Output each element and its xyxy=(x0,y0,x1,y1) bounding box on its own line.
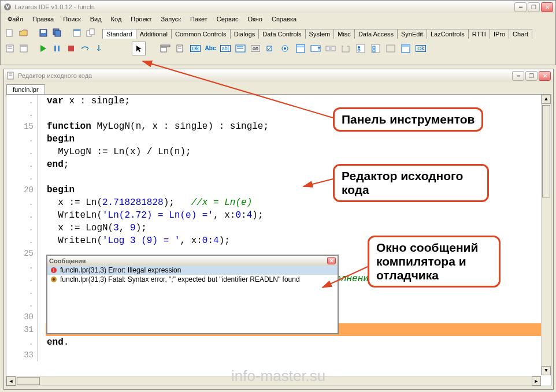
component-palette-tabs: StandardAdditionalCommon ControlsDialogs… xyxy=(102,27,532,39)
palette-actionlist-icon[interactable]: Ok xyxy=(414,42,428,55)
line-number: 15 xyxy=(6,120,38,133)
file-tab[interactable]: funcln.lpr xyxy=(6,84,45,94)
pause-button[interactable] xyxy=(51,42,64,55)
ide-main-window: Lazarus IDE v1.0.12 - funcln ━ ❐ ✕ ФайлП… xyxy=(0,0,556,65)
menu-item[interactable]: Вид xyxy=(86,15,106,23)
new-form-button[interactable] xyxy=(71,27,83,39)
menu-item[interactable]: Поиск xyxy=(58,15,85,23)
run-button[interactable] xyxy=(37,42,50,55)
code-line[interactable]: . WriteLn('Ln(2.72) = Ln(e) =', x:0:4); xyxy=(6,209,551,222)
palette-popupmenu-icon[interactable] xyxy=(173,42,187,55)
close-button[interactable]: ✕ xyxy=(541,2,553,12)
messages-close-button[interactable]: ✕ xyxy=(327,257,336,264)
palette-radio-icon[interactable] xyxy=(279,42,292,55)
palette-combobox-icon[interactable] xyxy=(309,42,323,55)
editor-vertical-scrollbar[interactable]: ▲ ▼ xyxy=(541,95,551,375)
palette-tab[interactable]: Chart xyxy=(509,29,532,39)
palette-tab[interactable]: Misc xyxy=(333,29,355,39)
view-forms-button[interactable] xyxy=(17,42,30,55)
svg-text:!: ! xyxy=(53,267,55,273)
stop-button[interactable] xyxy=(65,42,77,55)
line-number: . xyxy=(6,222,38,234)
palette-tab[interactable]: Common Controls xyxy=(171,29,231,39)
line-number: 33 xyxy=(6,349,38,361)
palette-tab[interactable]: System xyxy=(305,29,335,39)
palette-scrollbar-icon[interactable] xyxy=(324,42,338,55)
palette-tab[interactable]: RTTI xyxy=(468,29,490,39)
svg-rect-9 xyxy=(90,29,94,35)
menu-item[interactable]: Код xyxy=(106,15,127,23)
menu-item[interactable]: Справка xyxy=(267,15,301,23)
palette-tab[interactable]: IPro xyxy=(490,29,509,39)
menu-item[interactable]: Пакет xyxy=(186,15,212,23)
svg-rect-7 xyxy=(73,29,80,31)
editor-close-button[interactable]: ✕ xyxy=(539,71,551,81)
line-number: . xyxy=(6,336,38,349)
palette-tab[interactable]: Standard xyxy=(102,29,136,39)
messages-list[interactable]: !funcln.lpr(31,3) Error: Illegal express… xyxy=(47,266,338,333)
new-unit-button[interactable] xyxy=(3,27,16,39)
palette-edit-icon[interactable]: ab| xyxy=(218,42,232,55)
menu-item[interactable]: Правка xyxy=(28,15,58,23)
editor-restore-button[interactable]: ❐ xyxy=(525,71,538,81)
palette-tab[interactable]: LazControls xyxy=(427,29,469,39)
code-line[interactable]: . x := LogN(3, 9); xyxy=(6,222,551,234)
step-over-button[interactable] xyxy=(79,42,91,55)
menu-item[interactable]: Окно xyxy=(243,15,267,23)
palette-groupbox-icon[interactable] xyxy=(339,42,353,55)
code-line[interactable]: .var x : single; xyxy=(6,95,551,107)
line-number: . xyxy=(6,95,38,107)
palette-button-icon[interactable]: Ok xyxy=(188,42,202,55)
palette-togglebox-icon[interactable]: on xyxy=(249,42,262,55)
palette-listbox-icon[interactable] xyxy=(294,42,307,55)
ide-titlebar: Lazarus IDE v1.0.12 - funcln ━ ❐ ✕ xyxy=(1,1,555,13)
line-number: . xyxy=(6,133,38,145)
svg-rect-16 xyxy=(58,46,60,51)
restore-button[interactable]: ❐ xyxy=(528,2,540,12)
palette-radiogroup-icon[interactable] xyxy=(354,42,368,55)
code-line[interactable]: . MyLogN := Ln(x) / Ln(n); xyxy=(6,145,551,158)
step-into-button[interactable] xyxy=(92,42,105,55)
palette-tab[interactable]: Dialogs xyxy=(230,29,260,39)
svg-rect-18 xyxy=(161,45,170,47)
view-units-button[interactable] xyxy=(3,42,16,55)
save-button[interactable] xyxy=(37,27,50,39)
line-number: 20 xyxy=(6,184,38,196)
save-all-button[interactable] xyxy=(51,27,64,39)
line-number: . xyxy=(6,171,38,184)
palette-cursor-icon[interactable] xyxy=(132,42,146,55)
open-button[interactable] xyxy=(17,27,30,39)
message-line[interactable]: funcln.lpr(31,3) Fatal: Syntax error, ";… xyxy=(47,275,338,284)
toggle-form-button[interactable] xyxy=(84,27,97,39)
palette-tab[interactable]: Data Access xyxy=(354,29,398,39)
line-number: . xyxy=(6,209,38,222)
menu-item[interactable]: Проект xyxy=(126,15,156,23)
messages-title: Сообщения xyxy=(49,257,86,264)
code-line[interactable]: 33 xyxy=(6,349,551,361)
line-number: . xyxy=(6,107,38,120)
line-number: . xyxy=(6,196,38,209)
palette-frame-icon[interactable] xyxy=(399,42,413,55)
line-number: 30 xyxy=(6,311,38,323)
menu-item[interactable]: Запуск xyxy=(157,15,186,23)
palette-tab[interactable]: Data Controls xyxy=(258,29,305,39)
palette-label-icon[interactable]: Abc xyxy=(203,42,217,55)
messages-window: Сообщения ✕ !funcln.lpr(31,3) Error: Ill… xyxy=(46,255,339,334)
palette-tab[interactable]: SynEdit xyxy=(397,29,427,39)
svg-rect-17 xyxy=(68,46,74,51)
palette-mainmenu-icon[interactable] xyxy=(158,42,172,55)
menu-item[interactable]: Сервис xyxy=(212,15,243,23)
palette-panel-icon[interactable] xyxy=(384,42,398,55)
palette-tab[interactable]: Additional xyxy=(136,29,172,39)
code-line[interactable]: .end. xyxy=(6,336,551,349)
callout-toolbar-text: Панель инструментов xyxy=(342,113,475,126)
menu-item[interactable]: Файл xyxy=(3,15,28,23)
svg-rect-30 xyxy=(297,46,304,47)
palette-checkbox-icon[interactable] xyxy=(264,42,277,55)
palette-checkgroup-icon[interactable] xyxy=(369,42,383,55)
minimize-button[interactable]: ━ xyxy=(514,2,527,12)
editor-minimize-button[interactable]: ━ xyxy=(512,71,524,81)
message-line[interactable]: !funcln.lpr(31,3) Error: Illegal express… xyxy=(47,266,338,275)
code-line[interactable]: .begin xyxy=(6,133,551,145)
palette-memo-icon[interactable] xyxy=(233,42,247,55)
